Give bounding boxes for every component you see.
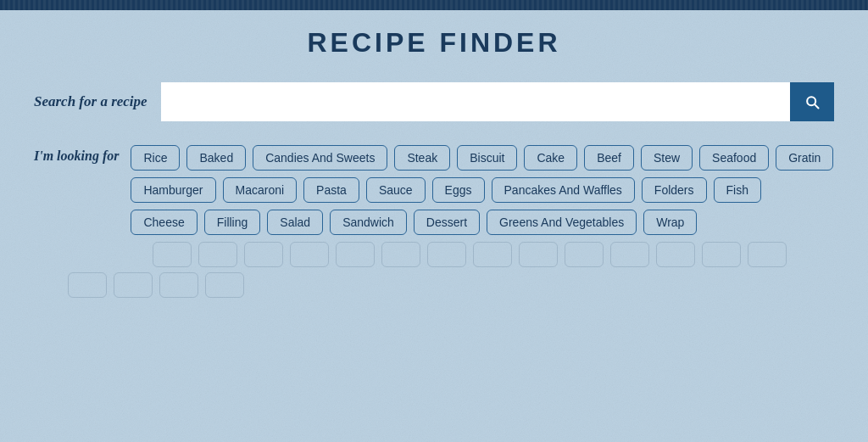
tag-greens-and-vegetables[interactable]: Greens And Vegetables bbox=[487, 210, 637, 235]
skeleton-tag bbox=[656, 242, 695, 267]
skeleton-tag bbox=[205, 272, 244, 298]
search-row: Search for a recipe bbox=[34, 82, 834, 121]
tag-eggs[interactable]: Eggs bbox=[432, 177, 485, 203]
tag-folders[interactable]: Folders bbox=[642, 177, 707, 203]
tag-steak[interactable]: Steak bbox=[394, 145, 450, 171]
tag-seafood[interactable]: Seafood bbox=[699, 145, 769, 171]
search-icon bbox=[804, 93, 821, 110]
skeleton-tag bbox=[290, 242, 329, 267]
tag-stew[interactable]: Stew bbox=[641, 145, 693, 171]
tag-pasta[interactable]: Pasta bbox=[303, 177, 359, 203]
skeleton-tag bbox=[381, 242, 420, 267]
tag-pancakes-and-waffles[interactable]: Pancakes And Waffles bbox=[492, 177, 635, 203]
skeleton-tag bbox=[198, 242, 237, 267]
tag-cheese[interactable]: Cheese bbox=[131, 210, 197, 235]
skeleton-tag bbox=[159, 272, 198, 298]
search-label: Search for a recipe bbox=[34, 93, 147, 110]
skeleton-tag bbox=[473, 242, 512, 267]
search-input[interactable] bbox=[161, 82, 790, 121]
tag-fish[interactable]: Fish bbox=[714, 177, 761, 203]
skeleton-tag bbox=[336, 242, 375, 267]
tag-macaroni[interactable]: Macaroni bbox=[223, 177, 298, 203]
skeleton-tag bbox=[244, 242, 283, 267]
page-title: RECIPE FINDER bbox=[34, 27, 834, 59]
tag-filling[interactable]: Filling bbox=[204, 210, 261, 235]
skeleton-tag bbox=[114, 272, 153, 298]
tag-cake[interactable]: Cake bbox=[524, 145, 577, 171]
skeleton-tag bbox=[427, 242, 466, 267]
category-section: I'm looking for Rice Baked Candies And S… bbox=[34, 145, 834, 235]
search-button[interactable] bbox=[790, 82, 834, 121]
tags-container: Rice Baked Candies And Sweets Steak Bisc… bbox=[131, 145, 834, 235]
skeleton-tag bbox=[610, 242, 649, 267]
tag-candies-and-sweets[interactable]: Candies And Sweets bbox=[253, 145, 387, 171]
tag-rice[interactable]: Rice bbox=[131, 145, 180, 171]
tag-wrap[interactable]: Wrap bbox=[643, 210, 697, 235]
skeleton-tag bbox=[748, 242, 787, 267]
category-label: I'm looking for bbox=[34, 145, 119, 164]
tag-hamburger[interactable]: Hamburger bbox=[131, 177, 215, 203]
tag-beef[interactable]: Beef bbox=[584, 145, 634, 171]
tag-gratin[interactable]: Gratin bbox=[776, 145, 833, 171]
skeleton-row-1 bbox=[34, 242, 834, 267]
skeleton-tag bbox=[565, 242, 604, 267]
tag-salad[interactable]: Salad bbox=[267, 210, 323, 235]
skeleton-row-2 bbox=[34, 272, 834, 298]
tag-baked[interactable]: Baked bbox=[186, 145, 246, 171]
tag-sauce[interactable]: Sauce bbox=[366, 177, 426, 203]
tag-biscuit[interactable]: Biscuit bbox=[457, 145, 517, 171]
top-border bbox=[0, 0, 868, 10]
skeleton-tag bbox=[702, 242, 741, 267]
skeleton-tag bbox=[519, 242, 558, 267]
main-container: RECIPE FINDER Search for a recipe I'm lo… bbox=[0, 10, 868, 306]
skeleton-tag bbox=[153, 242, 192, 267]
tag-dessert[interactable]: Dessert bbox=[414, 210, 480, 235]
tag-sandwich[interactable]: Sandwich bbox=[330, 210, 407, 235]
skeleton-tag bbox=[68, 272, 107, 298]
